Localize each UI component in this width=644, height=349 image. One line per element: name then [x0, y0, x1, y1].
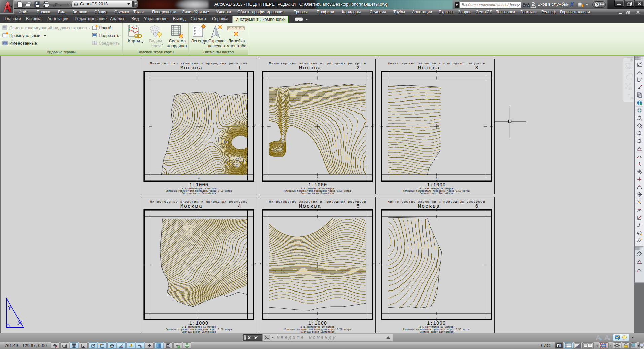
svg-text:3: 3 [475, 65, 478, 71]
svg-text:#: # [641, 119, 642, 121]
svg-text:4: 4 [198, 177, 200, 180]
svg-text:4: 4 [260, 263, 262, 264]
svg-text:Система высот Балтийская: Система высот Балтийская [182, 331, 216, 333]
svg-text:Министерство экологии и при: Министерство экологии и природных ресурс… [150, 200, 248, 204]
svg-text:5: 5 [356, 203, 359, 209]
svg-text:2: 2 [317, 208, 318, 210]
svg-text:Министерство экологии и при: Министерство экологии и природных ресурс… [388, 200, 485, 204]
svg-text:Система высот Балтийская: Система высот Балтийская [419, 331, 453, 333]
svg-text:Система высот Балтийская: Система высот Балтийская [419, 192, 453, 194]
svg-text:5: 5 [254, 263, 256, 264]
svg-text:Министерство экологии и при: Министерство экологии и природных ресурс… [150, 62, 248, 65]
svg-text:3: 3 [373, 124, 375, 126]
svg-text:2: 2 [356, 65, 359, 71]
svg-text:6: 6 [475, 203, 478, 209]
svg-text:1: 1 [238, 65, 241, 71]
svg-text:Система высот Балтийская: Система высот Балтийская [182, 192, 216, 194]
svg-text:2: 2 [254, 124, 256, 126]
svg-text:Москва: Москва [180, 65, 202, 71]
svg-text:6: 6 [373, 263, 375, 264]
svg-text:1: 1 [198, 208, 200, 210]
svg-text:2D: 2D [629, 67, 632, 70]
svg-text:4: 4 [238, 203, 241, 209]
svg-text:Москва: Москва [299, 65, 321, 71]
svg-text:1: 1 [260, 124, 262, 126]
svg-text:2: 2 [379, 124, 381, 126]
svg-text:Система высот Балтийская: Система высот Балтийская [300, 331, 334, 333]
svg-text:3: 3 [436, 208, 437, 210]
svg-text:5: 5 [317, 177, 318, 180]
svg-text:6: 6 [436, 177, 437, 180]
svg-text:Министерство экологии и при: Министерство экологии и природных ресурс… [269, 200, 366, 204]
svg-text:Система высот Балтийская: Система высот Балтийская [300, 192, 334, 194]
svg-text:Москва: Москва [418, 65, 440, 71]
svg-text:A: A [641, 126, 642, 129]
svg-text:Министерство экологии и при: Министерство экологии и природных ресурс… [269, 62, 366, 65]
svg-text:5: 5 [379, 263, 381, 264]
svg-text:Министерство экологии и при: Министерство экологии и природных ресурс… [388, 62, 485, 65]
